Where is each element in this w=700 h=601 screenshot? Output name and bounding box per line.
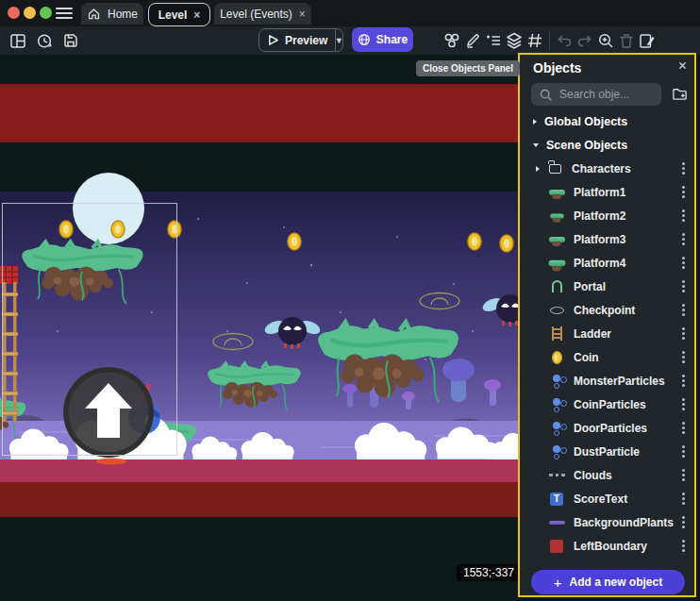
search-input[interactable]: Search obje... xyxy=(531,83,661,106)
object-row-doorparticles[interactable]: DoorParticles xyxy=(520,416,696,440)
kebab-menu-icon[interactable] xyxy=(682,191,685,193)
kebab-menu-icon[interactable] xyxy=(682,356,685,359)
section-global-objects[interactable]: Global Objects xyxy=(520,109,696,133)
add-button-label: Add a new object xyxy=(570,576,663,589)
coin-sprite-5[interactable] xyxy=(468,233,481,250)
object-row-characters[interactable]: Characters xyxy=(520,157,696,180)
object-row-platform4[interactable]: Platform4 xyxy=(520,251,696,275)
coin-sprite-2[interactable] xyxy=(111,221,125,238)
kebab-menu-icon[interactable] xyxy=(682,261,685,264)
kebab-menu-icon[interactable] xyxy=(682,309,685,311)
kebab-menu-icon[interactable] xyxy=(682,521,685,524)
top-boundary-object[interactable] xyxy=(0,84,518,142)
tab-level[interactable]: Level × xyxy=(148,3,210,26)
object-row-dustparticle[interactable]: DustParticle xyxy=(520,440,696,463)
tab-home[interactable]: Home xyxy=(81,3,143,25)
scene-editor-canvas[interactable] xyxy=(0,55,518,601)
kebab-menu-icon[interactable] xyxy=(682,544,685,547)
section-scene-objects[interactable]: Scene Objects xyxy=(520,133,696,157)
kebab-menu-icon[interactable] xyxy=(682,238,685,241)
tab-level-events-close-icon[interactable]: × xyxy=(299,8,306,20)
undo-icon[interactable] xyxy=(554,30,575,51)
delete-icon[interactable] xyxy=(616,30,637,51)
object-row-backgroundplants[interactable]: BackgroundPlants xyxy=(520,510,696,534)
text-icon xyxy=(550,492,563,506)
add-new-object-button[interactable]: + Add a new object xyxy=(531,570,685,594)
object-row-ladder[interactable]: Ladder xyxy=(520,322,696,345)
object-groups-icon[interactable] xyxy=(442,30,462,51)
moon-sprite[interactable] xyxy=(73,173,144,244)
kebab-menu-icon[interactable] xyxy=(682,167,685,170)
kebab-menu-icon[interactable] xyxy=(682,379,685,382)
object-row-platform1[interactable]: Platform1 xyxy=(520,180,696,204)
window-close-button[interactable] xyxy=(8,7,20,19)
particles-icon xyxy=(553,445,560,453)
share-label: Share xyxy=(376,33,408,46)
add-folder-icon[interactable] xyxy=(671,85,689,107)
object-row-platform2[interactable]: Platform2 xyxy=(520,204,696,227)
jump-button-sprite[interactable] xyxy=(63,367,154,458)
kebab-menu-icon[interactable] xyxy=(682,285,685,288)
kebab-menu-icon[interactable] xyxy=(682,403,685,406)
kebab-menu-icon[interactable] xyxy=(682,497,685,500)
plants-icon xyxy=(549,521,565,525)
tooltip: Close Objects Panel xyxy=(416,60,520,76)
tab-bar: Home Level × Level (Events) × xyxy=(0,0,700,26)
search-icon xyxy=(539,88,553,102)
object-row-checkpoint[interactable]: Checkpoint xyxy=(520,298,696,322)
portal-icon xyxy=(552,280,562,292)
edit-scene-icon[interactable] xyxy=(637,30,658,51)
save-icon[interactable] xyxy=(60,30,81,51)
chevron-down-icon xyxy=(533,143,539,147)
home-icon xyxy=(87,7,101,21)
redo-icon[interactable] xyxy=(575,30,595,51)
bottom-pink-band[interactable] xyxy=(0,459,518,482)
tab-level-close-icon[interactable]: × xyxy=(193,9,200,21)
dashes-icon xyxy=(549,474,565,476)
object-row-coin[interactable]: Coin xyxy=(520,345,696,369)
kebab-menu-icon[interactable] xyxy=(682,214,685,217)
tab-level-events[interactable]: Level (Events) × xyxy=(214,3,311,25)
share-button[interactable]: Share xyxy=(352,27,413,52)
window-minimize-button[interactable] xyxy=(24,7,36,19)
chevron-right-icon xyxy=(533,119,537,125)
gdevelop-window: Home Level × Level (Events) × xyxy=(0,0,700,601)
preview-dropdown-icon[interactable]: ▾ xyxy=(336,35,342,45)
kebab-menu-icon[interactable] xyxy=(682,426,685,429)
platform-icon xyxy=(549,237,565,242)
kebab-menu-icon[interactable] xyxy=(682,474,685,476)
kebab-menu-icon[interactable] xyxy=(682,450,685,453)
main-menu-icon[interactable] xyxy=(56,8,73,9)
object-row-portal[interactable]: Portal xyxy=(520,275,696,298)
panel-close-icon[interactable]: × xyxy=(678,58,687,74)
coin-sprite-4[interactable] xyxy=(288,233,301,250)
instances-grid-icon[interactable] xyxy=(525,30,545,51)
edit-icon[interactable] xyxy=(462,30,483,51)
window-zoom-button[interactable] xyxy=(40,7,52,19)
tab-level-events-label: Level (Events) xyxy=(220,8,292,21)
coin-sprite-3[interactable] xyxy=(168,221,181,238)
particles-icon xyxy=(553,375,560,382)
coin-sprite-6[interactable] xyxy=(500,235,513,252)
layers-icon[interactable] xyxy=(504,30,525,51)
properties-icon[interactable] xyxy=(483,30,504,51)
coin-icon xyxy=(552,351,562,364)
object-row-monsterparticles[interactable]: MonsterParticles xyxy=(520,369,696,392)
object-row-platform3[interactable]: Platform3 xyxy=(520,227,696,251)
kebab-menu-icon[interactable] xyxy=(682,332,685,335)
cursor-coordinates-badge: 1553;-337 xyxy=(457,564,521,581)
panels-icon[interactable] xyxy=(8,30,28,51)
coin-sprite-1[interactable] xyxy=(59,221,73,238)
preview-button[interactable]: Preview ▾ xyxy=(258,28,343,52)
toolbar-divider xyxy=(549,31,550,50)
history-icon[interactable] xyxy=(34,30,55,51)
object-row-scoretext[interactable]: ScoreText xyxy=(520,487,696,510)
object-row-coinparticles[interactable]: CoinParticles xyxy=(520,392,696,416)
bottom-boundary-object[interactable] xyxy=(0,482,518,517)
particles-icon xyxy=(553,422,560,429)
checkpoint-icon xyxy=(550,307,564,314)
object-row-clouds[interactable]: Clouds xyxy=(520,463,696,487)
zoom-icon[interactable] xyxy=(595,30,616,51)
section-label: Global Objects xyxy=(544,115,627,128)
object-row-leftboundary[interactable]: LeftBoundary xyxy=(520,534,696,558)
